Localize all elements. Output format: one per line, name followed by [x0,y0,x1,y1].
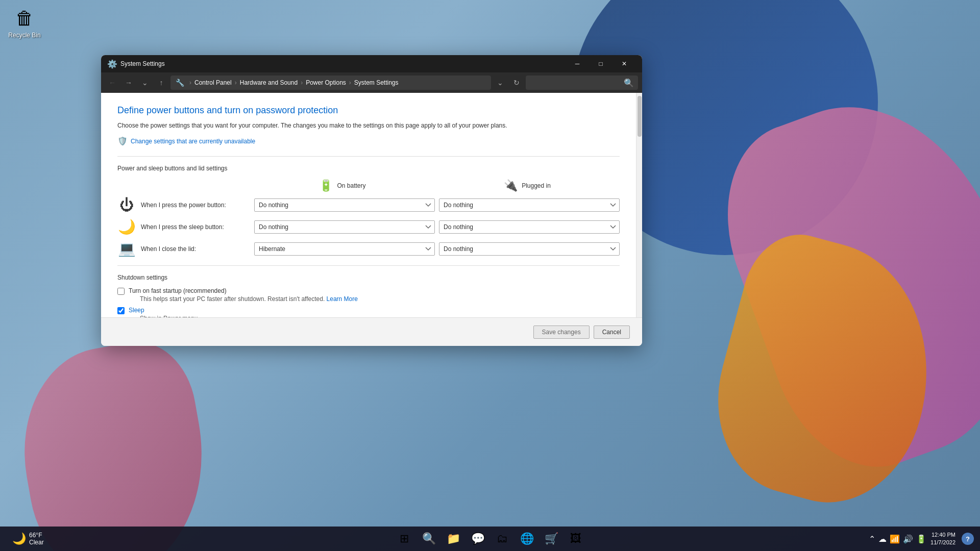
plugged-in-label: Plugged in [522,182,551,189]
fast-startup-checkbox[interactable] [117,288,125,295]
refresh-button[interactable]: ↻ [509,76,524,90]
dropdown-button[interactable]: ⌄ [138,76,152,90]
sleep-label[interactable]: Sleep [129,307,200,314]
table-row: ⏻ When I press the power button: Do noth… [117,196,620,213]
clock[interactable]: 12:40 PM 11/7/2022 [930,531,958,547]
sleep-button-label: When I press the sleep button: [141,223,224,231]
section-divider [117,156,620,157]
power-button-plugged-in-select[interactable]: Do nothing Sleep Hibernate Shut down Tur… [439,198,620,212]
close-button[interactable]: ✕ [612,55,636,72]
photos-button[interactable]: 🖼 [565,528,587,550]
taskbar-left: 🌙 66°F Clear [0,530,48,548]
address-bar: ← → ⌄ ↑ 🔧 › Control Panel › Hardware and… [101,72,642,93]
breadcrumb-control-panel: Control Panel [194,79,232,86]
page-title: Define power buttons and turn on passwor… [117,105,620,116]
start-button[interactable]: ⊞ [393,528,415,550]
power-button-label-cell: ⏻ When I press the power button: [117,196,250,213]
content-area: Define power buttons and turn on passwor… [101,93,642,317]
help-button[interactable]: ? [962,533,974,545]
breadcrumb-system-settings: System Settings [354,79,399,86]
store-button[interactable]: 🛒 [540,528,562,550]
systray: ⌃ ☁ 📶 🔊 🔋 [869,534,926,544]
window-title: System Settings [120,60,566,67]
sleep-checkbox[interactable] [117,307,125,314]
cancel-button[interactable]: Cancel [594,325,630,339]
volume-icon[interactable]: 🔊 [903,534,913,544]
window-controls: ─ □ ✕ [566,55,636,72]
sleep-button-icon: 🌙 [117,218,136,235]
power-button-label: When I press the power button: [141,202,226,209]
lid-icon: 💻 [117,240,136,257]
plug-icon: 🔌 [504,179,518,192]
chevron-icon[interactable]: ⌃ [869,534,875,544]
address-path[interactable]: 🔧 › Control Panel › Hardware and Sound ›… [170,76,491,90]
table-row: 🌙 When I press the sleep button: Do noth… [117,218,620,235]
scrollbar[interactable] [636,93,642,317]
table-row: 💻 When I close the lid: Do nothing Sleep… [117,240,620,257]
change-settings-row: 🛡️ Change settings that are currently un… [117,136,620,146]
system-settings-window: ⚙️ System Settings ─ □ ✕ ← → ⌄ ↑ 🔧 › Con… [101,55,642,346]
fast-startup-sub-text: This helps start your PC faster after sh… [140,295,327,303]
weather-icon: 🌙 [12,532,26,545]
page-subtitle: Choose the power settings that you want … [117,121,620,130]
cloud-icon[interactable]: ☁ [878,534,887,544]
on-battery-label: On battery [337,182,365,189]
search-box: 🔍 [526,76,638,90]
main-content: Define power buttons and turn on passwor… [101,93,636,317]
taskbar-center: ⊞ 🔍 📁 💬 🗂 🌐 🛒 🖼 [393,528,587,550]
sleep-button-on-battery-select[interactable]: Do nothing Sleep Hibernate Shut down Tur… [254,220,435,234]
shutdown-section-title: Shutdown settings [117,274,620,281]
path-icon: 🔧 [176,79,184,87]
date: 11/7/2022 [930,539,955,546]
sleep-button-label-cell: 🌙 When I press the sleep button: [117,218,250,235]
taskbar: 🌙 66°F Clear ⊞ 🔍 📁 💬 🗂 🌐 🛒 🖼 ⌃ ☁ 📶 🔊 [0,527,980,551]
change-settings-link[interactable]: Change settings that are currently unava… [131,138,255,145]
path-dropdown-button[interactable]: ⌄ [493,76,507,90]
back-button[interactable]: ← [105,76,119,90]
fast-startup-label[interactable]: Turn on fast startup (recommended) [129,287,358,294]
lid-on-battery-select[interactable]: Do nothing Sleep Hibernate Shut down Tur… [254,242,435,256]
settings-table: 🔋 On battery 🔌 Plugged in ⏻ When I press… [117,179,620,257]
up-button[interactable]: ↑ [154,76,168,90]
desktop: 🗑 Recycle Bin ⚙️ System Settings ─ □ ✕ ←… [0,0,980,551]
power-button-on-battery-select[interactable]: Do nothing Sleep Hibernate Shut down Tur… [254,198,435,212]
learn-more-link[interactable]: Learn More [327,295,358,303]
shield-icon: 🛡️ [117,136,128,146]
scrollbar-thumb[interactable] [638,96,642,137]
battery-icon[interactable]: 🔋 [916,534,926,544]
time: 12:40 PM [930,531,955,539]
search-input[interactable] [530,79,621,86]
window-icon: ⚙️ [107,59,116,68]
teams-button[interactable]: 💬 [467,528,489,550]
weather-widget[interactable]: 🌙 66°F Clear [8,530,48,548]
sleep-row: Sleep Show in Power menu. [117,307,620,317]
recycle-bin-icon[interactable]: 🗑 Recycle Bin [4,4,45,41]
battery-icon: 🔋 [319,179,333,192]
bottom-bar: Save changes Cancel [101,317,642,346]
maximize-button[interactable]: □ [589,55,612,72]
save-changes-button[interactable]: Save changes [533,325,590,339]
section-separator [117,265,620,266]
title-bar: ⚙️ System Settings ─ □ ✕ [101,55,642,72]
wifi-icon[interactable]: 📶 [890,534,900,544]
plugged-in-header: 🔌 Plugged in [435,179,620,192]
fast-startup-sublabel: This helps start your PC faster after sh… [140,295,358,303]
recycle-bin-label: Recycle Bin [8,32,40,39]
forward-button[interactable]: → [121,76,136,90]
recycle-bin-image: 🗑 [12,6,37,31]
file-explorer-button[interactable]: 📁 [442,528,464,550]
breadcrumb-hardware: Hardware and Sound [240,79,298,86]
breadcrumb-power: Power Options [306,79,346,86]
table-header-row: 🔋 On battery 🔌 Plugged in [117,179,620,192]
edge-button[interactable]: 🌐 [516,528,538,550]
taskbar-right: ⌃ ☁ 📶 🔊 🔋 12:40 PM 11/7/2022 ? [869,531,980,547]
minimize-button[interactable]: ─ [566,55,589,72]
bg-decoration-4 [7,333,223,551]
search-button[interactable]: 🔍 [418,528,440,550]
lid-plugged-in-select[interactable]: Do nothing Sleep Hibernate Shut down Tur… [439,242,620,256]
weather-condition: Clear [29,539,44,546]
lid-label-cell: 💻 When I close the lid: [117,240,250,257]
sleep-button-plugged-in-select[interactable]: Do nothing Sleep Hibernate Shut down Tur… [439,220,620,234]
lid-label: When I close the lid: [141,245,196,253]
folder-button[interactable]: 🗂 [491,528,513,550]
